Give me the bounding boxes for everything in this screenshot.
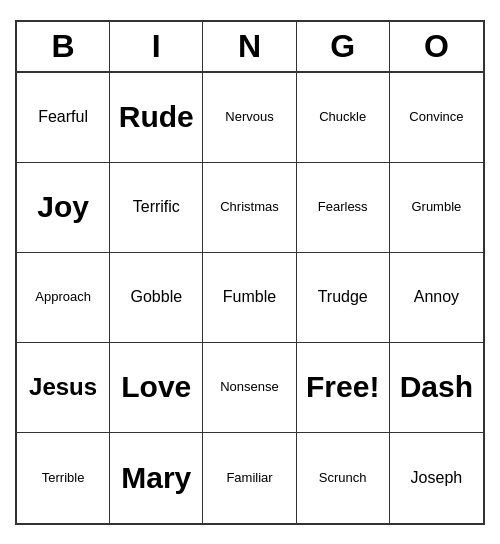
header-letter: G [297,22,390,71]
bingo-cell: Gobble [110,253,203,343]
bingo-header: BINGO [17,22,483,73]
bingo-cell: Grumble [390,163,483,253]
bingo-cell: Terrible [17,433,110,523]
bingo-cell: Scrunch [297,433,390,523]
bingo-cell: Rude [110,73,203,163]
bingo-cell: Chuckle [297,73,390,163]
bingo-cell: Terrific [110,163,203,253]
header-letter: B [17,22,110,71]
bingo-cell: Nervous [203,73,296,163]
bingo-cell: Fumble [203,253,296,343]
bingo-card: BINGO FearfulRudeNervousChuckleConvinceJ… [15,20,485,525]
bingo-cell: Free! [297,343,390,433]
bingo-cell: Mary [110,433,203,523]
bingo-cell: Approach [17,253,110,343]
header-letter: O [390,22,483,71]
bingo-cell: Convince [390,73,483,163]
bingo-cell: Joseph [390,433,483,523]
header-letter: N [203,22,296,71]
bingo-cell: Trudge [297,253,390,343]
bingo-cell: Fearful [17,73,110,163]
header-letter: I [110,22,203,71]
bingo-cell: Dash [390,343,483,433]
bingo-cell: Nonsense [203,343,296,433]
bingo-cell: Love [110,343,203,433]
bingo-cell: Joy [17,163,110,253]
bingo-cell: Christmas [203,163,296,253]
bingo-grid: FearfulRudeNervousChuckleConvinceJoyTerr… [17,73,483,523]
bingo-cell: Annoy [390,253,483,343]
bingo-cell: Jesus [17,343,110,433]
bingo-cell: Familiar [203,433,296,523]
bingo-cell: Fearless [297,163,390,253]
